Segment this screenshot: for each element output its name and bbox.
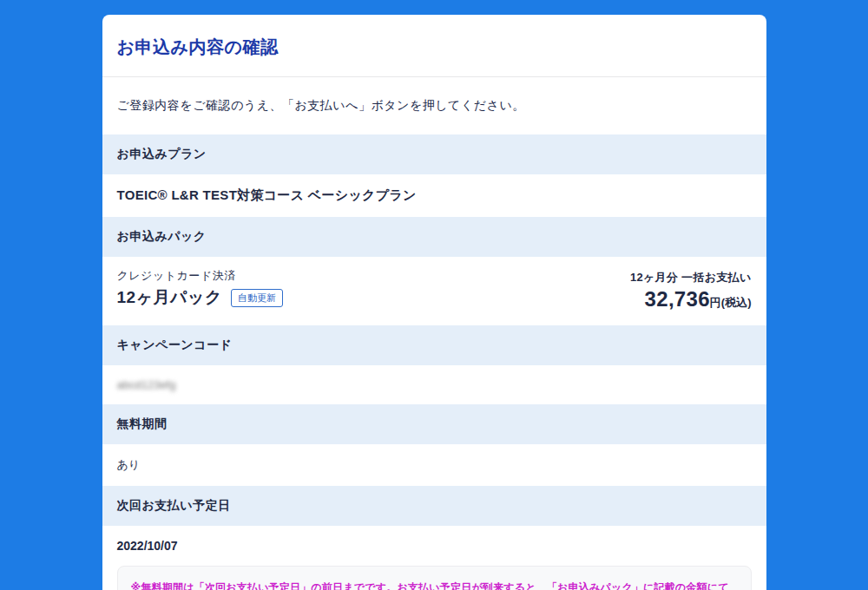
page-title: お申込み内容の確認 bbox=[117, 36, 752, 59]
price-amount: 32,736 bbox=[645, 287, 710, 311]
section-header-campaign: キャンペーンコード bbox=[102, 325, 766, 365]
plan-value: TOEIC® L&R TEST対策コース ベーシックプラン bbox=[102, 174, 766, 217]
section-header-plan: お申込みプラン bbox=[102, 134, 766, 174]
free-period-value: あり bbox=[102, 444, 766, 486]
price-caption: 12ヶ月分 一括お支払い bbox=[630, 270, 752, 285]
campaign-code-value: abcd123efg bbox=[117, 378, 176, 391]
notes-box: ※無料期間は「次回お支払い予定日」の前日までです。お支払い予定日が到来すると、「… bbox=[117, 566, 752, 590]
pack-name: 12ヶ月パック bbox=[117, 286, 222, 309]
campaign-code-row: abcd123efg bbox=[102, 365, 766, 404]
next-payment-date: 2022/10/07 bbox=[102, 526, 766, 566]
note-line-1: ※無料期間は「次回お支払い予定日」の前日までです。お支払い予定日が到来すると、「… bbox=[131, 579, 738, 590]
card-header: お申込み内容の確認 bbox=[102, 15, 766, 77]
price-suffix: 円(税込) bbox=[710, 296, 752, 309]
confirmation-card: お申込み内容の確認 ご登録内容をご確認のうえ、「お支払いへ」ボタンを押してくださ… bbox=[102, 15, 766, 590]
intro-text: ご登録内容をご確認のうえ、「お支払いへ」ボタンを押してください。 bbox=[102, 77, 766, 134]
section-header-free-period: 無料期間 bbox=[102, 404, 766, 444]
page-background: お申込み内容の確認 ご登録内容をご確認のうえ、「お支払いへ」ボタンを押してくださ… bbox=[0, 15, 868, 590]
pack-details: クレジットカード決済 12ヶ月パック 自動更新 bbox=[117, 268, 283, 309]
pack-row: クレジットカード決済 12ヶ月パック 自動更新 12ヶ月分 一括お支払い 32,… bbox=[102, 257, 766, 325]
auto-renew-badge: 自動更新 bbox=[231, 289, 283, 307]
pack-price: 12ヶ月分 一括お支払い 32,736円(税込) bbox=[630, 268, 752, 311]
section-header-next-payment: 次回お支払い予定日 bbox=[102, 486, 766, 526]
section-header-pack: お申込みパック bbox=[102, 217, 766, 257]
payment-method-label: クレジットカード決済 bbox=[117, 268, 283, 284]
